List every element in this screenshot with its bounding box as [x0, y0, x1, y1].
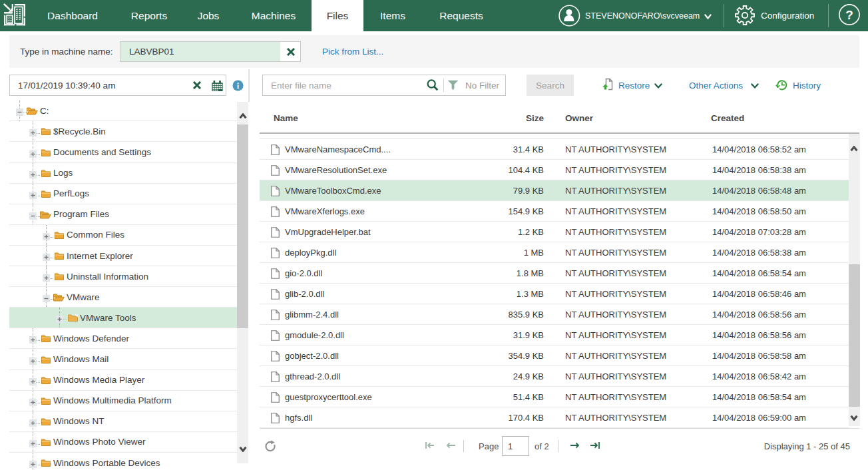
svg-text:?: ?	[845, 8, 853, 22]
svg-text:i: i	[237, 81, 240, 91]
